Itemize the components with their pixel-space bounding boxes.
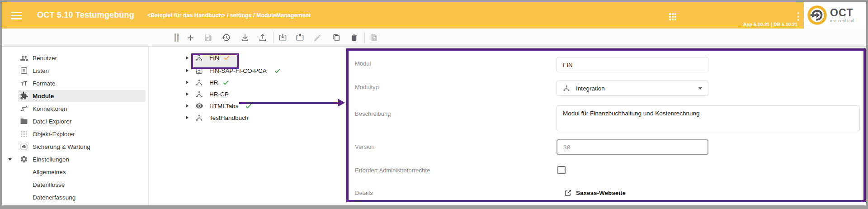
- view-module-icon: [195, 102, 203, 110]
- save-icon: [204, 33, 212, 42]
- modultyp-value: Integration: [576, 85, 605, 92]
- app-window: OCT 5.10 Testumgebung <Beispiel für das …: [0, 0, 868, 209]
- sidebar-item-konnektoren[interactable]: Konnektoren: [2, 102, 148, 115]
- tree-item-hr-cp[interactable]: HR-CP: [149, 88, 346, 100]
- toolbar-separator: [273, 32, 274, 43]
- annotation-arrow: [239, 102, 339, 104]
- sidebar-item-datenfluesse[interactable]: Datenflüsse: [2, 178, 148, 191]
- copy-icon: [332, 33, 341, 42]
- saxess-website-link[interactable]: Saxess-Webseite: [564, 189, 626, 197]
- toolbar-separator: [364, 32, 365, 43]
- tree-expand-icon[interactable]: [186, 116, 189, 119]
- status-check-green-icon: [222, 79, 230, 86]
- install-module-button[interactable]: [278, 33, 288, 43]
- plus-icon: [186, 33, 195, 43]
- download-button[interactable]: [240, 33, 250, 43]
- sidebar-item-datei-explorer[interactable]: Datei-Explorer: [2, 115, 148, 128]
- upload-icon: [258, 33, 267, 42]
- integration-module-icon: [195, 79, 203, 86]
- backup-icon: [20, 142, 33, 151]
- list-icon: [20, 66, 33, 75]
- beschreibung-textarea[interactable]: [557, 105, 860, 131]
- module-toolbar: [2, 28, 866, 47]
- tree-expand-icon[interactable]: [186, 104, 189, 108]
- upload-button[interactable]: [258, 33, 268, 43]
- modul-label: Modul: [355, 60, 371, 67]
- export-report-button: [369, 33, 379, 43]
- panel-drag-handle[interactable]: [175, 33, 179, 42]
- sidebar-item-module[interactable]: Module: [2, 90, 148, 102]
- status-check-green-icon: [274, 67, 281, 75]
- trash-icon: [350, 33, 359, 42]
- add-button[interactable]: [185, 33, 195, 43]
- sidebar-item-listen[interactable]: Listen: [2, 64, 148, 77]
- tree-expand-icon[interactable]: [186, 81, 189, 84]
- logo-name: OCT: [830, 8, 854, 18]
- save-button: [203, 33, 213, 43]
- sidebar-item-benutzer[interactable]: Benutzer: [2, 52, 148, 64]
- sidebar-item-sicherung-wartung[interactable]: Sicherung & Wartung: [2, 140, 148, 153]
- details-label: Details: [355, 190, 373, 196]
- text-format-icon: [20, 79, 33, 87]
- screen-remove-icon: [295, 33, 305, 43]
- apps-grid-icon[interactable]: [669, 13, 677, 21]
- module-tree: FIN FIN-SAP-FI-CO-PCA HR HR-CP HTMLTabs: [149, 47, 346, 205]
- dot-grid-icon: [20, 130, 33, 138]
- restore-history-button[interactable]: [221, 33, 231, 43]
- sidebar-item-allgemeines[interactable]: Allgemeines: [2, 166, 148, 178]
- saxess-website-label: Saxess-Webseite: [576, 190, 626, 196]
- status-check-amber-icon: [223, 54, 231, 62]
- oct-logo: OCT one cool tool: [804, 2, 866, 28]
- version-input: [557, 139, 708, 155]
- copy-button[interactable]: [331, 33, 341, 43]
- connector-icon: [20, 104, 33, 113]
- history-icon: [222, 33, 231, 42]
- edit-button: [312, 33, 322, 43]
- integration-module-icon: [195, 54, 203, 62]
- logo-tagline: one cool tool: [830, 19, 854, 23]
- tree-item-testhandbuch[interactable]: TestHandbuch: [149, 112, 346, 124]
- chevron-down-icon: [698, 87, 702, 90]
- version-info: App 5.10.21 | DB 5.10.21: [743, 22, 797, 27]
- download-icon: [241, 33, 250, 42]
- external-link-icon: [564, 189, 572, 197]
- sidebar-item-formate[interactable]: Formate: [2, 77, 148, 90]
- integration-module-icon: [195, 114, 203, 122]
- nav-sidebar: Benutzer Listen Formate Module Konnektor…: [2, 47, 148, 205]
- pencil-icon: [313, 33, 322, 42]
- oct-logo-icon: [807, 5, 827, 25]
- tree-item-fin[interactable]: FIN: [149, 51, 346, 65]
- app-header: OCT 5.10 Testumgebung <Beispiel für das …: [2, 2, 866, 28]
- modultyp-label: Modultyp: [355, 84, 379, 90]
- sidebar-item-objekt-explorer[interactable]: Objekt-Explorer: [2, 128, 148, 140]
- overflow-menu-icon[interactable]: [797, 12, 800, 21]
- expand-caret-icon[interactable]: [8, 158, 12, 161]
- beschreibung-label: Beschreibung: [355, 110, 391, 117]
- folder-icon: [20, 117, 33, 125]
- tree-expand-icon[interactable]: [186, 92, 189, 96]
- document-export-icon: [369, 33, 378, 42]
- sidebar-item-datenerfassung[interactable]: Datenerfassung: [2, 191, 148, 204]
- gear-icon: [20, 155, 33, 163]
- tree-expand-icon[interactable]: [186, 56, 189, 60]
- sidebar-item-einstellungen[interactable]: Einstellungen: [2, 153, 148, 166]
- users-icon: [20, 54, 33, 62]
- menu-hamburger-icon[interactable]: [11, 12, 22, 19]
- app-title: OCT 5.10 Testumgebung: [37, 10, 134, 20]
- tree-item-fin-sap[interactable]: FIN-SAP-FI-CO-PCA: [149, 65, 346, 76]
- admin-rights-checkbox[interactable]: [557, 166, 566, 174]
- integration-type-icon: [563, 85, 570, 92]
- modultyp-select[interactable]: Integration: [557, 81, 708, 96]
- tree-expand-icon[interactable]: [186, 69, 189, 72]
- tree-item-hr[interactable]: HR: [149, 76, 346, 88]
- delete-button[interactable]: [349, 33, 359, 43]
- breadcrumb[interactable]: <Beispiel für das Handbuch> / settings /…: [147, 12, 311, 19]
- integration-module-icon: [195, 90, 203, 98]
- version-label: Version: [355, 143, 374, 150]
- annotation-arrow-head: [338, 99, 345, 107]
- uninstall-module-button[interactable]: [295, 33, 305, 43]
- admin-rights-label: Erfordert Administratorrechte: [355, 167, 430, 174]
- modul-input[interactable]: [557, 57, 708, 72]
- module-detail-panel: Modul Modultyp Integration Beschreibung …: [346, 48, 866, 202]
- puzzle-icon: [20, 92, 33, 100]
